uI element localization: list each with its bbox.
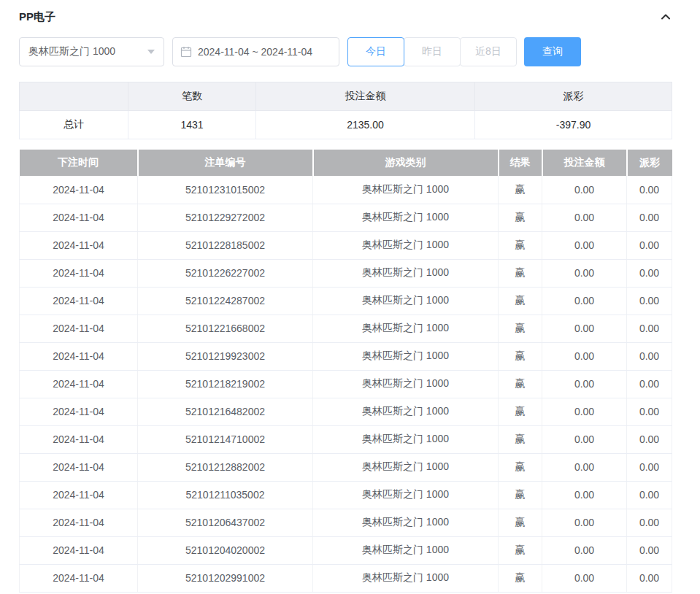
order-id-cell: 52101221668002 xyxy=(138,315,313,342)
game-type-cell: 奥林匹斯之门 1000 xyxy=(313,481,499,509)
bet-amount-cell: 0.00 xyxy=(542,564,627,592)
order-id-cell: 52101218219002 xyxy=(138,370,313,398)
order-id-cell: 52101212882002 xyxy=(138,453,313,481)
bet-time-cell: 2024-11-04 xyxy=(20,231,138,259)
result-cell: 赢 xyxy=(499,176,542,204)
collapse-chevron-up-icon[interactable] xyxy=(660,11,672,23)
quick-filter-group: 今日 昨日 近8日 xyxy=(347,37,517,66)
bet-row: 2024-11-04 52101231015002 奥林匹斯之门 1000 赢 … xyxy=(20,176,672,204)
bet-time-cell: 2024-11-04 xyxy=(20,204,138,231)
result-cell: 赢 xyxy=(499,315,542,342)
order-id-cell: 52101206437002 xyxy=(138,509,313,536)
summary-header-count: 笔数 xyxy=(128,82,256,111)
bet-row: 2024-11-04 52101212882002 奥林匹斯之门 1000 赢 … xyxy=(20,453,672,481)
bet-header-result: 结果 xyxy=(499,150,542,176)
result-cell: 赢 xyxy=(499,564,542,592)
order-id-cell: 52101216482002 xyxy=(138,398,313,425)
summary-table: 笔数 投注金额 派彩 总计 1431 2135.00 -397.90 xyxy=(19,82,672,139)
bet-row: 2024-11-04 52101216482002 奥林匹斯之门 1000 赢 … xyxy=(20,398,672,425)
payout-cell: 0.00 xyxy=(627,536,672,564)
bet-amount-cell: 0.00 xyxy=(542,425,627,453)
payout-cell: 0.00 xyxy=(627,315,672,342)
summary-header-blank xyxy=(20,82,128,111)
calendar-icon xyxy=(180,46,192,58)
summary-payout-value: -397.90 xyxy=(475,111,672,139)
order-id-cell: 52101231015002 xyxy=(138,176,313,204)
summary-header-bet-amount: 投注金额 xyxy=(256,82,475,111)
game-type-cell: 奥林匹斯之门 1000 xyxy=(313,370,499,398)
bet-table-body: 2024-11-04 52101231015002 奥林匹斯之门 1000 赢 … xyxy=(20,176,672,592)
order-id-cell: 52101211035002 xyxy=(138,481,313,509)
bet-amount-cell: 0.00 xyxy=(542,370,627,398)
bet-row: 2024-11-04 52101219923002 奥林匹斯之门 1000 赢 … xyxy=(20,342,672,370)
payout-cell: 0.00 xyxy=(627,509,672,536)
game-type-cell: 奥林匹斯之门 1000 xyxy=(313,176,499,204)
result-cell: 赢 xyxy=(499,509,542,536)
order-id-cell: 52101204020002 xyxy=(138,536,313,564)
order-id-cell: 52101202991002 xyxy=(138,564,313,592)
game-type-cell: 奥林匹斯之门 1000 xyxy=(313,425,499,453)
game-type-cell: 奥林匹斯之门 1000 xyxy=(313,231,499,259)
bet-row: 2024-11-04 52101204020002 奥林匹斯之门 1000 赢 … xyxy=(20,536,672,564)
panel-title: PP电子 xyxy=(19,10,55,24)
bet-table-header-row: 下注时间 注单编号 游戏类别 结果 投注金额 派彩 xyxy=(20,150,672,176)
payout-cell: 0.00 xyxy=(627,564,672,592)
game-type-cell: 奥林匹斯之门 1000 xyxy=(313,204,499,231)
game-type-cell: 奥林匹斯之门 1000 xyxy=(313,564,499,592)
quick-filter-yesterday-button[interactable]: 昨日 xyxy=(404,37,461,66)
payout-cell: 0.00 xyxy=(627,342,672,370)
bet-table: 下注时间 注单编号 游戏类别 结果 投注金额 派彩 2024-11-04 521… xyxy=(19,150,672,593)
bet-time-cell: 2024-11-04 xyxy=(20,398,138,425)
game-type-cell: 奥林匹斯之门 1000 xyxy=(313,287,499,315)
bet-row: 2024-11-04 52101206437002 奥林匹斯之门 1000 赢 … xyxy=(20,509,672,536)
bet-row: 2024-11-04 52101224287002 奥林匹斯之门 1000 赢 … xyxy=(20,287,672,315)
search-button[interactable]: 查询 xyxy=(524,37,581,66)
result-cell: 赢 xyxy=(499,204,542,231)
bet-amount-cell: 0.00 xyxy=(542,259,627,287)
panel-header: PP电子 xyxy=(19,9,672,25)
summary-total-row: 总计 1431 2135.00 -397.90 xyxy=(20,111,672,139)
summary-count-value: 1431 xyxy=(128,111,256,139)
game-type-cell: 奥林匹斯之门 1000 xyxy=(313,259,499,287)
bet-row: 2024-11-04 52101218219002 奥林匹斯之门 1000 赢 … xyxy=(20,370,672,398)
game-select[interactable]: 奥林匹斯之门 1000 xyxy=(19,37,164,66)
date-range-value: 2024-11-04 ~ 2024-11-04 xyxy=(198,46,312,58)
bet-row: 2024-11-04 52101228185002 奥林匹斯之门 1000 赢 … xyxy=(20,231,672,259)
payout-cell: 0.00 xyxy=(627,259,672,287)
bet-amount-cell: 0.00 xyxy=(542,398,627,425)
bet-header-order-id: 注单编号 xyxy=(138,150,313,176)
payout-cell: 0.00 xyxy=(627,398,672,425)
date-range-picker[interactable]: 2024-11-04 ~ 2024-11-04 xyxy=(172,37,339,66)
bet-time-cell: 2024-11-04 xyxy=(20,453,138,481)
bet-amount-cell: 0.00 xyxy=(542,287,627,315)
bet-amount-cell: 0.00 xyxy=(542,315,627,342)
quick-filter-today-button[interactable]: 今日 xyxy=(347,37,404,66)
order-id-cell: 52101219923002 xyxy=(138,342,313,370)
payout-cell: 0.00 xyxy=(627,287,672,315)
game-type-cell: 奥林匹斯之门 1000 xyxy=(313,453,499,481)
bet-amount-cell: 0.00 xyxy=(542,481,627,509)
bet-row: 2024-11-04 52101226227002 奥林匹斯之门 1000 赢 … xyxy=(20,259,672,287)
game-type-cell: 奥林匹斯之门 1000 xyxy=(313,342,499,370)
bet-amount-cell: 0.00 xyxy=(542,536,627,564)
summary-bet-amount-value: 2135.00 xyxy=(256,111,475,139)
bet-row: 2024-11-04 52101214710002 奥林匹斯之门 1000 赢 … xyxy=(20,425,672,453)
result-cell: 赢 xyxy=(499,259,542,287)
bet-time-cell: 2024-11-04 xyxy=(20,287,138,315)
result-cell: 赢 xyxy=(499,425,542,453)
payout-cell: 0.00 xyxy=(627,231,672,259)
bet-time-cell: 2024-11-04 xyxy=(20,370,138,398)
bet-header-payout: 派彩 xyxy=(627,150,672,176)
payout-cell: 0.00 xyxy=(627,481,672,509)
bet-amount-cell: 0.00 xyxy=(542,342,627,370)
game-select-value: 奥林匹斯之门 1000 xyxy=(28,45,115,58)
result-cell: 赢 xyxy=(499,287,542,315)
bet-header-bet-amount: 投注金额 xyxy=(542,150,627,176)
quick-filter-last8days-button[interactable]: 近8日 xyxy=(460,37,517,66)
pp-electronic-panel: PP电子 奥林匹斯之门 1000 2024-11-04 ~ 2024-11-04 xyxy=(0,0,700,593)
filter-bar: 奥林匹斯之门 1000 2024-11-04 ~ 2024-11-04 今日 昨… xyxy=(19,37,672,66)
game-type-cell: 奥林匹斯之门 1000 xyxy=(313,315,499,342)
bet-row: 2024-11-04 52101229272002 奥林匹斯之门 1000 赢 … xyxy=(20,204,672,231)
bet-time-cell: 2024-11-04 xyxy=(20,176,138,204)
bet-amount-cell: 0.00 xyxy=(542,176,627,204)
